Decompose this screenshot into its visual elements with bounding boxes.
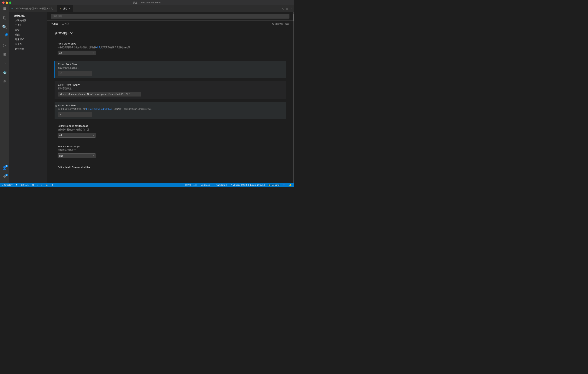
chevron-right-icon: › — [14, 43, 14, 45]
status-person[interactable]: 👤 — [282, 184, 286, 186]
activity-account[interactable]: 👤 1 — [0, 163, 9, 172]
sidebar-item-text-editor[interactable]: › 文字編輯器 — [9, 18, 47, 23]
status-layout[interactable]: ⊞ — [51, 184, 54, 186]
window-title: 設定 — WelcomeWebWorld — [133, 1, 161, 4]
cursor-style-value: line — [59, 154, 63, 157]
setting-font-size: Editor: Font Size 控制字型大小 (像素)。 — [54, 61, 286, 78]
go-live-label: Go Live — [272, 184, 279, 186]
sidebar-item-application[interactable]: › 應用程式 — [9, 37, 47, 42]
settings-search-area — [47, 12, 293, 21]
status-file[interactable]: ✓ VSCode-自動修正-ESLint-錯誤.md — [230, 184, 265, 186]
setting-cursor-style: Editor: Cursor Style 控制資料指標樣式。 line ▾ — [54, 143, 286, 160]
tab-size-gear-icon[interactable]: ⚙ — [55, 104, 57, 107]
activity-timeline[interactable]: ⏱ — [0, 77, 9, 86]
chevron-right-icon: › — [14, 38, 14, 41]
scrollbar[interactable] — [293, 12, 294, 183]
cursor-style-desc: 控制資料指標樣式。 — [58, 149, 283, 152]
speaker-icon: 🔈 — [45, 184, 48, 186]
status-bell[interactable]: 🔔 — [288, 184, 293, 186]
cursor-style-select[interactable]: line ▾ — [58, 153, 95, 158]
activity-spotify[interactable]: ♫ — [0, 59, 9, 68]
auto-save-label: Files: Auto Save — [58, 42, 283, 45]
status-go-live[interactable]: ⚡ Go Live — [268, 184, 280, 186]
sidebar-item-features[interactable]: › 功能 — [9, 32, 47, 37]
font-size-desc: 控制字型大小 (像素)。 — [58, 66, 283, 70]
auto-save-link[interactable]: 此處 — [96, 46, 101, 49]
settings-search-input[interactable] — [51, 14, 289, 19]
sidebar-label-security: 安全性 — [15, 43, 22, 46]
status-nav-left[interactable]: ‹ — [36, 184, 39, 186]
activity-run[interactable]: ▷ — [0, 41, 9, 50]
activity-search[interactable]: 🔍 — [0, 22, 9, 32]
sidebar-item-security[interactable]: › 安全性 — [9, 42, 47, 47]
tab-markdown-label: VSCode-自動修正-ESLint-錯誤.md 5, U — [16, 7, 55, 10]
auto-save-bold: Auto Save — [64, 42, 76, 45]
nav-left-icon: ‹ — [37, 184, 38, 186]
status-format[interactable]: ⊟ — [31, 184, 34, 186]
render-whitespace-value: all — [59, 134, 62, 137]
git-graph-label: Git Graph — [201, 184, 210, 186]
go-live-icon: ⚡ — [268, 184, 271, 186]
close-button[interactable] — [2, 1, 5, 4]
render-whitespace-select[interactable]: all ▾ — [58, 133, 95, 138]
bell-icon: 🔔 — [289, 184, 292, 186]
copy-icon[interactable]: ⧉ — [283, 7, 284, 10]
content-area: 經常使用的 › 文字編輯器 › 工作台 › 視窗 › 功能 › 應用程式 — [9, 12, 294, 183]
traffic-lights — [2, 1, 11, 4]
sidebar-item-window[interactable]: › 視窗 — [9, 28, 47, 32]
tab-size-input[interactable] — [58, 112, 92, 117]
status-markdown[interactable]: ✓ markdown | — [213, 184, 228, 186]
chevron-down-icon: ▾ — [93, 155, 94, 157]
activity-docker[interactable]: 🐳 — [0, 68, 9, 77]
tab-markdown[interactable]: M↓ VSCode-自動修正-ESLint-錯誤.md 5, U — [9, 5, 57, 12]
tab-close-button[interactable]: × — [68, 7, 71, 11]
auto-save-value: off — [59, 52, 62, 54]
status-left: ⎇ master* ↻ ⊘ 0 ⚠ 5 ⊟ ‹ › 🔈 ⊞ — [1, 184, 54, 186]
run-icon: ▷ — [3, 43, 6, 47]
status-sync[interactable]: ↻ — [15, 184, 18, 186]
setting-multi-cursor: Editor: Multi Cursor Modifier — [54, 163, 286, 172]
account-badge: 1 — [5, 165, 8, 167]
sidebar-item-commonly-used[interactable]: 經常使用的 — [9, 13, 47, 18]
settings-tab-group: 使用者 工作區 — [51, 22, 69, 27]
sidebar-toggle[interactable]: ☰ — [0, 5, 9, 12]
activity-extensions[interactable]: ⊞ — [0, 50, 9, 59]
status-nav-right[interactable]: › — [41, 184, 43, 186]
activity-explorer[interactable]: ⎘ — [0, 13, 9, 22]
layout-icon[interactable]: ▤ — [286, 7, 288, 10]
minimize-button[interactable] — [6, 1, 8, 4]
font-family-input[interactable] — [58, 92, 141, 96]
branch-label: master* — [5, 184, 12, 186]
auto-save-select[interactable]: off ▾ — [58, 51, 95, 55]
status-speaker[interactable]: 🔈 — [45, 184, 49, 186]
activity-settings-gear[interactable]: ⚙ 1 — [0, 172, 9, 181]
sidebar-item-workbench[interactable]: › 工作台 — [9, 23, 47, 28]
status-git-graph[interactable]: Git Graph — [200, 184, 211, 186]
sidebar-item-extensions[interactable]: › 延伸模組 — [9, 47, 47, 51]
status-errors[interactable]: ⊘ 0 ⚠ 5 — [20, 184, 29, 186]
branch-icon: ⎇ — [2, 184, 5, 186]
font-size-prefix: Editor: — [58, 63, 66, 66]
more-icon[interactable]: ··· — [290, 7, 292, 10]
maximize-button[interactable] — [9, 1, 11, 4]
tab-settings-label: 設定 — [63, 7, 67, 10]
explorer-icon: ⎘ — [3, 16, 6, 21]
activity-bottom: 👤 1 ⚙ 1 — [0, 163, 9, 181]
person-icon: 👤 — [283, 184, 285, 186]
status-branch[interactable]: ⎇ master* — [1, 184, 13, 186]
tab-size-label: Editor: Tab Size — [58, 104, 283, 107]
font-size-input[interactable] — [58, 71, 92, 76]
tab-settings[interactable]: ⚙ 設定 × — [57, 5, 73, 12]
tab-user[interactable]: 使用者 — [51, 22, 58, 27]
chevron-right-icon: › — [14, 34, 14, 36]
warning-count: 5 — [27, 184, 29, 186]
activity-source-control[interactable]: ⑆ 1 — [0, 32, 9, 41]
sidebar-icon: ☰ — [3, 7, 6, 11]
extensions-icon: ⊞ — [3, 52, 6, 56]
chevron-down-icon: ▾ — [93, 52, 94, 54]
docker-icon: 🐳 — [2, 71, 7, 75]
status-user[interactable]: 林俊傑 - 江南 — [184, 184, 198, 186]
scrollbar-thumb[interactable] — [293, 14, 294, 21]
tab-workspace[interactable]: 工作區 — [62, 22, 69, 27]
detect-indentation-link[interactable]: Editor: Detect Indentation — [86, 108, 112, 110]
